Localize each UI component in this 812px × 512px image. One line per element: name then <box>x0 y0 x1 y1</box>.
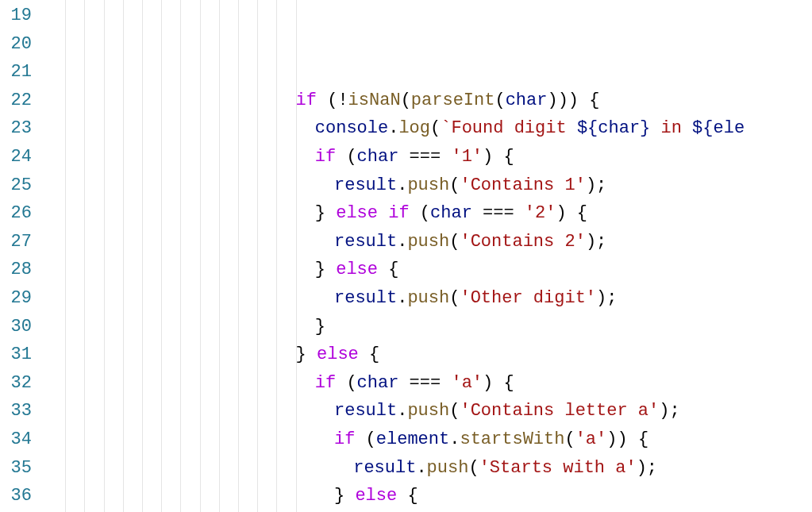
code-line[interactable]: if (char === 'a') { <box>46 369 812 398</box>
line-number: 27 <box>0 228 32 256</box>
line-number: 31 <box>0 341 32 369</box>
line-number: 20 <box>0 30 32 59</box>
code-text: if (char === 'a') { <box>315 369 514 398</box>
line-number: 34 <box>0 425 32 454</box>
code-text: } <box>315 313 325 341</box>
code-line[interactable]: } else { <box>46 341 812 369</box>
code-line[interactable]: if (char === '1') { <box>46 143 812 171</box>
line-number: 32 <box>0 369 32 398</box>
code-line[interactable]: } else if (char === '2') { <box>46 199 812 228</box>
code-line[interactable]: } else { <box>46 482 812 510</box>
line-number: 23 <box>0 114 32 143</box>
line-number: 29 <box>0 284 32 313</box>
code-area[interactable]: if (!isNaN(parseInt(char))) {console.log… <box>46 0 812 512</box>
line-number: 35 <box>0 454 32 483</box>
line-number: 25 <box>0 171 32 200</box>
line-number-gutter: 192021222324252627282930313233343536 <box>0 0 46 512</box>
code-editor[interactable]: 192021222324252627282930313233343536 if … <box>0 0 812 512</box>
code-text: result.push('Starts with a'); <box>353 454 657 483</box>
line-number: 26 <box>0 199 32 228</box>
code-line[interactable]: result.push('Other digit'); <box>46 284 812 313</box>
line-number: 33 <box>0 397 32 425</box>
code-line[interactable]: } <box>46 313 812 341</box>
code-text: } else { <box>334 482 418 510</box>
code-text: if (element.startsWith('a')) { <box>334 425 648 454</box>
line-number: 19 <box>0 2 32 30</box>
code-text: } else { <box>315 256 399 284</box>
code-line[interactable]: result.push('Contains 2'); <box>46 228 812 256</box>
code-text: result.push('Contains letter a'); <box>334 397 680 425</box>
code-line[interactable]: console.log(`Found digit ${char} in ${el… <box>46 114 812 143</box>
line-number: 30 <box>0 313 32 341</box>
line-number: 28 <box>0 256 32 284</box>
code-text: result.push('Other digit'); <box>334 284 617 313</box>
line-number: 22 <box>0 87 32 115</box>
code-line[interactable]: if (element.startsWith('a')) { <box>46 425 812 454</box>
code-text: if (!isNaN(parseInt(char))) { <box>296 87 600 115</box>
line-number: 21 <box>0 58 32 87</box>
code-line[interactable]: } else { <box>46 256 812 284</box>
code-text: console.log(`Found digit ${char} in ${el… <box>315 114 745 143</box>
code-text: result.push('Contains 2'); <box>334 228 606 256</box>
code-line[interactable]: result.push('Contains 1'); <box>46 171 812 200</box>
line-number: 36 <box>0 482 32 510</box>
code-text: } else { <box>296 341 380 369</box>
code-line[interactable]: result.push('Starts with a'); <box>46 454 812 483</box>
code-line[interactable]: result.push('Contains letter a'); <box>46 397 812 425</box>
code-text: result.push('Contains 1'); <box>334 171 606 200</box>
code-line[interactable]: if (!isNaN(parseInt(char))) { <box>46 87 812 115</box>
code-text: if (char === '1') { <box>315 143 514 171</box>
line-number: 24 <box>0 143 32 171</box>
code-text: } else if (char === '2') { <box>315 199 587 228</box>
